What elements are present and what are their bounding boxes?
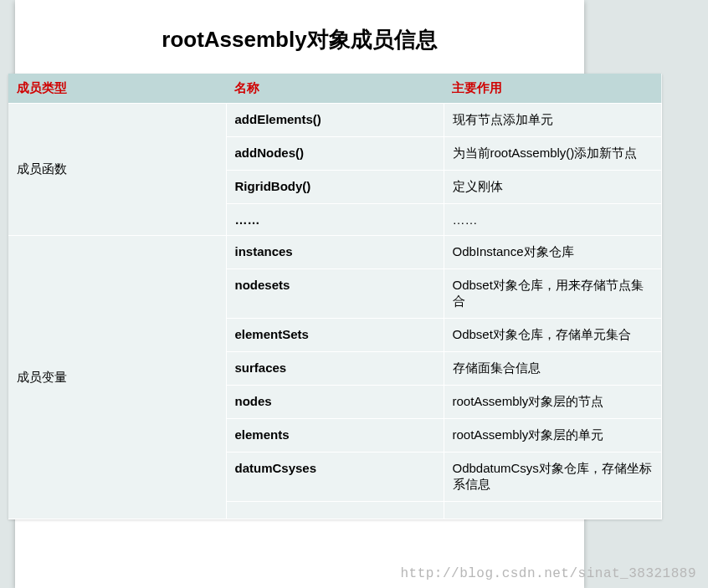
cell-name: nodes: [226, 386, 444, 419]
cell-desc: Odbset对象仓库，存储单元集合: [444, 319, 661, 352]
member-table: 成员类型 名称 主要作用 成员函数addElements()现有节点添加单元ad…: [8, 74, 662, 519]
cell-desc: 定义刚体: [444, 171, 661, 204]
table-row: 成员变量instancesOdbInstance对象仓库: [8, 236, 661, 269]
cell-desc: Odbset对象仓库，用来存储节点集合: [444, 269, 661, 319]
cell-desc: rootAssembly对象层的节点: [444, 386, 661, 419]
cell-name: elements: [226, 419, 444, 453]
cell-name: addElements(): [226, 104, 444, 137]
cell-name: addNodes(): [226, 137, 444, 171]
cell-desc: rootAssembly对象层的单元: [444, 419, 661, 453]
table-header-row: 成员类型 名称 主要作用: [8, 74, 661, 104]
page-title: rootAssembly对象成员信息: [32, 25, 567, 54]
cell-name: [226, 502, 444, 519]
cell-name: datumCsyses: [226, 453, 444, 502]
cell-type: 成员变量: [8, 236, 226, 519]
cell-desc: OdbdatumCsys对象仓库，存储坐标系信息: [444, 453, 661, 502]
cell-name: elementSets: [226, 319, 444, 352]
col-header-name: 名称: [226, 74, 444, 104]
cell-name: RigridBody(): [226, 171, 444, 204]
col-header-desc: 主要作用: [444, 74, 661, 104]
cell-desc: 存储面集合信息: [444, 352, 661, 386]
cell-desc: ……: [444, 204, 661, 236]
table-row: 成员函数addElements()现有节点添加单元: [8, 104, 661, 137]
cell-name: instances: [226, 236, 444, 269]
col-header-type: 成员类型: [8, 74, 226, 104]
cell-desc: OdbInstance对象仓库: [444, 236, 661, 269]
cell-desc: 为当前rootAssembly()添加新节点: [444, 137, 661, 171]
cell-name: surfaces: [226, 352, 444, 386]
cell-desc: 现有节点添加单元: [444, 104, 661, 137]
cell-type: 成员函数: [8, 104, 226, 236]
cell-name: nodesets: [226, 269, 444, 319]
cell-name: ……: [226, 204, 444, 236]
cell-desc: [444, 502, 661, 519]
